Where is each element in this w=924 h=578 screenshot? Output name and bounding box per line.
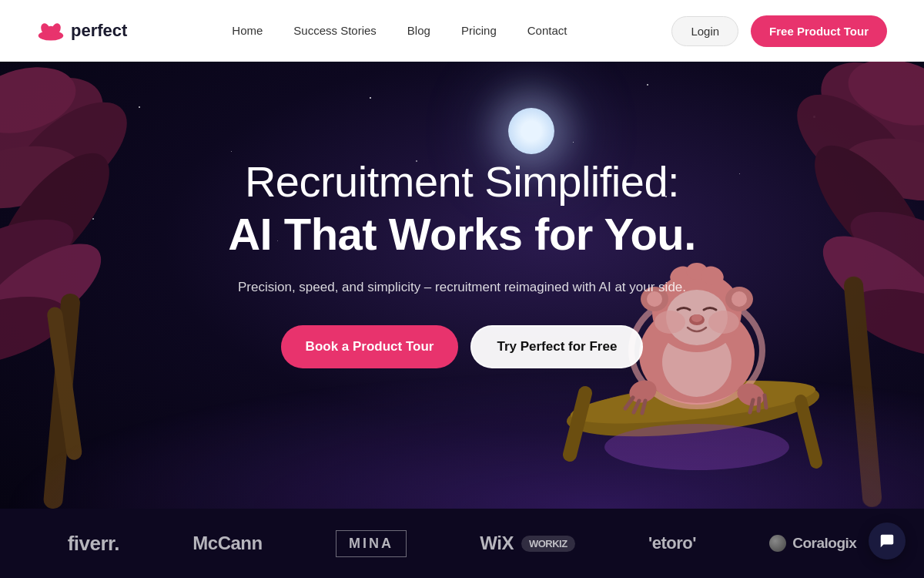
nav-item-pricing[interactable]: Pricing (461, 24, 497, 38)
logo-mccann: McCann (192, 533, 262, 554)
try-free-button[interactable]: Try Perfect for Free (470, 325, 643, 368)
workiz-badge: WORKIZ (521, 536, 575, 552)
logo-etoro: 'etoro' (648, 533, 696, 553)
logo[interactable]: perfect (37, 20, 127, 42)
logo-text: perfect (71, 21, 127, 41)
svg-line-36 (758, 398, 759, 411)
nav-item-blog[interactable]: Blog (407, 24, 430, 38)
wix-text: WiX (480, 533, 514, 554)
hero-title-line2: AI That Works for You. (228, 207, 696, 261)
hero-title-line1: Recruitment Simplified: (228, 156, 696, 207)
svg-point-45 (732, 291, 747, 307)
coralogix-text: Coralogix (792, 535, 856, 552)
free-product-tour-button[interactable]: Free Product Tour (751, 15, 887, 47)
logos-bar: fiverr. McCann MINA WiX WORKIZ 'etoro' C… (0, 509, 924, 578)
svg-line-37 (765, 395, 766, 408)
svg-point-51 (604, 424, 789, 470)
logo-fiverr: fiverr. (68, 532, 119, 556)
nav-actions: Login Free Product Tour (671, 15, 887, 47)
chat-icon (879, 533, 896, 549)
logo-mina: MINA (336, 530, 407, 557)
svg-line-26 (801, 401, 816, 462)
svg-line-25 (570, 393, 585, 455)
nav-item-home[interactable]: Home (232, 24, 263, 38)
nav-links: Home Success Stories Blog Pricing Contac… (232, 24, 567, 38)
navbar: perfect Home Success Stories Blog Pricin… (0, 0, 924, 62)
nav-item-contact[interactable]: Contact (527, 24, 567, 38)
hero-buttons: Book a Product Tour Try Perfect for Free (228, 325, 696, 368)
moon-decoration (508, 108, 554, 154)
nav-item-success-stories[interactable]: Success Stories (293, 24, 377, 38)
login-button[interactable]: Login (671, 16, 738, 46)
chat-widget[interactable] (869, 523, 906, 560)
book-tour-button[interactable]: Book a Product Tour (281, 325, 459, 368)
svg-point-3 (45, 26, 56, 36)
logo-wix: WiX WORKIZ (480, 533, 574, 554)
coralogix-icon (769, 535, 786, 552)
hero-section: Recruitment Simplified: AI That Works fo… (0, 62, 924, 509)
hero-content: Recruitment Simplified: AI That Works fo… (197, 156, 727, 368)
logo-icon (37, 20, 65, 42)
logo-coralogix: Coralogix (769, 535, 856, 552)
hero-subtitle: Precision, speed, and simplicity – recru… (228, 277, 696, 297)
